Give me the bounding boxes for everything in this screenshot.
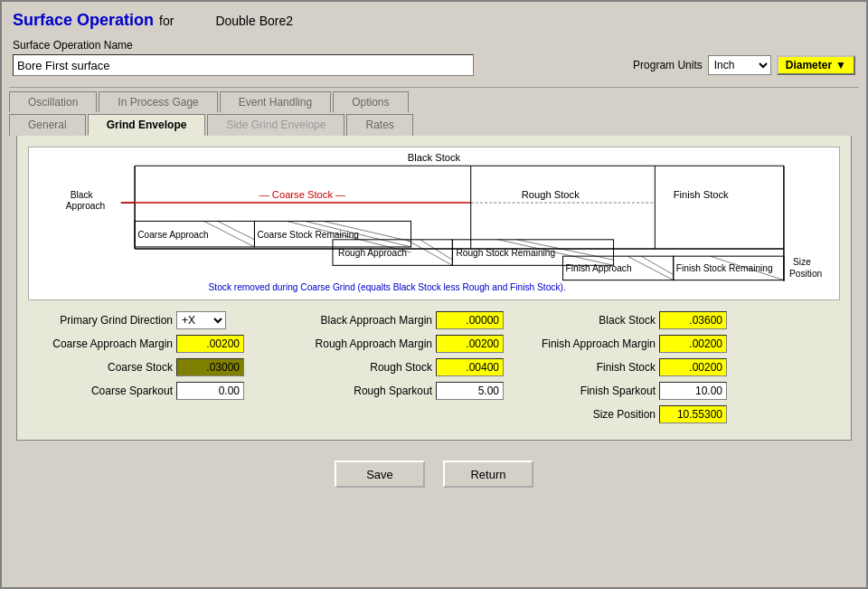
fields-row-3: Coarse Stock Rough Stock Finish Stock bbox=[28, 358, 840, 376]
finish-sparkout-label: Finish Sparkout bbox=[529, 385, 656, 397]
program-units-section: Program Units Inch mm Diameter ▼ bbox=[633, 55, 855, 75]
svg-text:Rough Stock Remaining: Rough Stock Remaining bbox=[456, 248, 555, 258]
svg-line-34 bbox=[627, 256, 674, 280]
save-button[interactable]: Save bbox=[335, 461, 425, 488]
svg-line-17 bbox=[203, 221, 254, 247]
coarse-approach-margin-label: Coarse Approach Margin bbox=[28, 337, 173, 350]
coarse-sparkout-label: Coarse Sparkout bbox=[28, 385, 173, 397]
fields-section: Primary Grind Direction +X-X+Y-Y Black A… bbox=[24, 304, 844, 432]
tab-oscillation[interactable]: Oscillation bbox=[9, 91, 97, 112]
svg-text:Approach: Approach bbox=[66, 201, 106, 211]
surface-name-section: Surface Operation Name Program Units Inc… bbox=[2, 35, 866, 83]
tabs-row-2: General Grind Envelope Side Grind Envelo… bbox=[9, 114, 859, 136]
program-units-label: Program Units bbox=[633, 59, 703, 71]
svg-text:Black Stock: Black Stock bbox=[408, 152, 461, 163]
svg-text:— Coarse Stock —: — Coarse Stock — bbox=[259, 189, 347, 200]
fields-row-5: Size Position bbox=[28, 405, 840, 423]
fields-row-4: Coarse Sparkout Rough Sparkout Finish Sp… bbox=[28, 382, 840, 400]
tab-options[interactable]: Options bbox=[333, 91, 408, 112]
svg-text:Size: Size bbox=[793, 257, 811, 267]
diameter-button[interactable]: Diameter ▼ bbox=[777, 55, 855, 75]
coarse-approach-margin-input[interactable] bbox=[176, 335, 244, 353]
finish-stock-input[interactable] bbox=[659, 358, 727, 376]
primary-grind-direction-label: Primary Grind Direction bbox=[28, 314, 173, 327]
tab-side-grind-envelope[interactable]: Side Grind Envelope bbox=[207, 114, 344, 136]
surface-name-row: Program Units Inch mm Diameter ▼ bbox=[13, 54, 855, 76]
black-approach-margin-input[interactable] bbox=[436, 311, 504, 329]
finish-approach-margin-label: Finish Approach Margin bbox=[529, 337, 656, 350]
svg-text:Finish Stock: Finish Stock bbox=[674, 189, 729, 200]
bottom-buttons: Save Return bbox=[2, 448, 866, 500]
content-panel: Black Stock Black Approach — Coarse Stoc… bbox=[16, 136, 852, 441]
tabs-row-1: Oscillation In Process Gage Event Handli… bbox=[9, 91, 859, 112]
finish-sparkout-input[interactable] bbox=[659, 382, 727, 400]
svg-text:Finish Stock Remaining: Finish Stock Remaining bbox=[676, 263, 773, 273]
for-label: for bbox=[159, 14, 174, 28]
svg-line-27 bbox=[420, 240, 453, 260]
black-approach-margin-label: Black Approach Margin bbox=[260, 314, 432, 327]
fields-row-1: Primary Grind Direction +X-X+Y-Y Black A… bbox=[28, 311, 840, 329]
rough-stock-input[interactable] bbox=[436, 358, 504, 376]
operation-name: Double Bore2 bbox=[215, 14, 293, 28]
rough-approach-margin-input[interactable] bbox=[436, 335, 504, 353]
grind-envelope-diagram: Black Stock Black Approach — Coarse Stoc… bbox=[29, 147, 839, 299]
size-position-input[interactable] bbox=[659, 405, 727, 423]
svg-line-26 bbox=[406, 240, 452, 266]
rough-sparkout-label: Rough Sparkout bbox=[260, 385, 432, 397]
coarse-sparkout-input[interactable] bbox=[176, 382, 244, 400]
size-position-label: Size Position bbox=[529, 408, 656, 421]
finish-approach-margin-input[interactable] bbox=[659, 335, 727, 353]
svg-text:Rough Approach: Rough Approach bbox=[338, 248, 407, 258]
svg-text:Rough Stock: Rough Stock bbox=[522, 189, 580, 200]
svg-line-18 bbox=[218, 221, 255, 239]
tab-general[interactable]: General bbox=[9, 114, 86, 136]
svg-text:Coarse Stock Remaining: Coarse Stock Remaining bbox=[258, 230, 360, 240]
finish-stock-label: Finish Stock bbox=[529, 361, 656, 374]
svg-text:Position: Position bbox=[789, 269, 822, 279]
black-stock-input[interactable] bbox=[659, 311, 727, 329]
diagram-container: Black Stock Black Approach — Coarse Stoc… bbox=[28, 147, 840, 300]
fields-row-2: Coarse Approach Margin Rough Approach Ma… bbox=[28, 335, 840, 353]
rough-sparkout-input[interactable] bbox=[436, 382, 504, 400]
svg-text:Coarse Approach: Coarse Approach bbox=[137, 230, 209, 240]
surface-name-label: Surface Operation Name bbox=[13, 39, 855, 52]
svg-text:Stock removed during Coarse Gr: Stock removed during Coarse Grind (equal… bbox=[209, 282, 566, 292]
rough-stock-label: Rough Stock bbox=[260, 361, 432, 374]
svg-text:Finish Approach: Finish Approach bbox=[566, 263, 632, 273]
rough-approach-margin-label: Rough Approach Margin bbox=[260, 337, 432, 350]
return-button[interactable]: Return bbox=[443, 461, 533, 488]
main-window: Surface Operation for Double Bore2 Surfa… bbox=[0, 0, 868, 589]
black-stock-label: Black Stock bbox=[529, 314, 656, 327]
program-units-select[interactable]: Inch mm bbox=[708, 55, 771, 75]
tab-rates[interactable]: Rates bbox=[346, 114, 412, 136]
tab-grind-envelope[interactable]: Grind Envelope bbox=[88, 114, 206, 136]
coarse-stock-label: Coarse Stock bbox=[28, 361, 173, 374]
surface-name-input[interactable] bbox=[13, 54, 474, 76]
svg-text:Black: Black bbox=[71, 190, 94, 200]
app-title: Surface Operation bbox=[13, 11, 154, 30]
tab-event-handling[interactable]: Event Handling bbox=[220, 91, 331, 112]
title-bar: Surface Operation for Double Bore2 bbox=[2, 2, 866, 35]
tabs-container: Oscillation In Process Gage Event Handli… bbox=[2, 91, 866, 441]
primary-grind-direction-select[interactable]: +X-X+Y-Y bbox=[176, 311, 226, 329]
coarse-stock-input[interactable] bbox=[176, 358, 244, 376]
tab-in-process-gage[interactable]: In Process Gage bbox=[99, 91, 217, 112]
